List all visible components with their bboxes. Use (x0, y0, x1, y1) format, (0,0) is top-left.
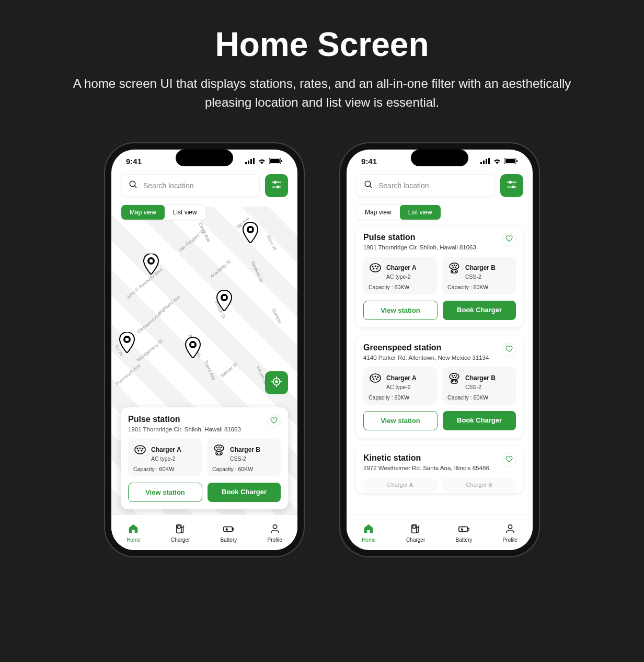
charger-capacity: Capacity : 60KW (369, 284, 432, 290)
map-pin[interactable] (216, 290, 233, 311)
favorite-button[interactable] (267, 415, 281, 428)
locate-button[interactable] (265, 371, 288, 394)
heart-icon (505, 235, 513, 244)
tab-label: Home (126, 537, 141, 543)
svg-point-33 (138, 450, 140, 452)
tab-map-view[interactable]: Map view (121, 205, 165, 220)
svg-point-70 (454, 265, 455, 266)
tab-list-view[interactable]: List view (165, 205, 205, 220)
charger-icon (175, 523, 186, 535)
station-list[interactable]: Pulse station 1901 Thornridge Cir. Shilo… (347, 220, 533, 515)
home-icon (363, 523, 374, 535)
svg-line-8 (134, 186, 136, 188)
tab-label: Home (362, 537, 376, 543)
map-pin[interactable] (242, 222, 259, 243)
svg-rect-93 (413, 526, 416, 528)
favorite-button[interactable] (502, 233, 516, 246)
plug-ccs-icon (212, 443, 226, 456)
heart-icon (270, 417, 278, 426)
plug-type2-icon (133, 443, 147, 456)
map-pin[interactable] (119, 332, 135, 353)
svg-point-67 (376, 268, 378, 270)
view-station-button[interactable]: View station (363, 411, 438, 430)
filter-button[interactable] (500, 174, 523, 197)
charger-tile: Charger B CSS-2 Capacity : 60KW (207, 439, 281, 476)
tab-charger[interactable]: Charger (406, 523, 425, 543)
tab-charger[interactable]: Charger (171, 523, 190, 543)
battery-tab-icon (223, 523, 234, 535)
svg-rect-51 (486, 159, 487, 164)
svg-point-82 (376, 379, 378, 380)
charger-tile: Charger A AC type-2 Capacity : 60KW (363, 257, 437, 294)
station-name: Greenspeed station (363, 343, 489, 352)
svg-point-59 (509, 181, 511, 184)
svg-rect-54 (505, 159, 515, 163)
station-address: 2972 Westheimer Rd. Santa Ana, Illinois … (363, 465, 489, 471)
svg-point-80 (377, 376, 379, 378)
svg-point-63 (372, 266, 374, 268)
svg-point-84 (452, 375, 453, 377)
tab-home[interactable]: Home (362, 523, 376, 543)
svg-point-34 (141, 450, 143, 452)
tab-list-view[interactable]: List view (400, 205, 441, 220)
profile-icon (269, 523, 281, 535)
book-charger-button[interactable]: Book Charger (443, 411, 516, 430)
tab-battery[interactable]: Battery (456, 523, 473, 543)
search-box[interactable] (356, 174, 495, 197)
charger-tile: Charger B CSS-2 Capacity : 60KW (442, 367, 516, 405)
plug-ccs-icon (447, 371, 461, 385)
station-card-kinetic: Kinetic station 2972 Westheimer Rd. Sant… (356, 446, 523, 493)
view-station-button[interactable]: View station (128, 483, 202, 502)
svg-point-10 (274, 181, 276, 184)
svg-point-24 (275, 381, 278, 383)
svg-rect-49 (480, 162, 482, 164)
svg-rect-16 (150, 259, 153, 262)
tab-map-view[interactable]: Map view (356, 205, 400, 220)
svg-point-12 (277, 186, 279, 188)
map-pin[interactable] (143, 254, 159, 275)
svg-point-62 (370, 264, 381, 272)
tab-home[interactable]: Home (126, 523, 141, 543)
svg-rect-20 (125, 338, 129, 341)
map-pin[interactable] (185, 337, 201, 358)
tab-profile[interactable]: Profile (268, 523, 282, 543)
svg-line-57 (370, 186, 372, 188)
svg-point-73 (455, 267, 456, 268)
svg-point-65 (377, 266, 379, 268)
svg-point-79 (375, 376, 376, 378)
svg-rect-18 (223, 296, 226, 299)
search-input[interactable] (143, 181, 252, 190)
favorite-button[interactable] (502, 453, 516, 467)
map[interactable]: Sip Ave Eagle Ave Enos Pl Van Reypen St … (111, 207, 297, 515)
charger-name: Charger A (151, 446, 181, 453)
favorite-button[interactable] (502, 343, 516, 357)
tab-profile[interactable]: Profile (503, 523, 518, 543)
svg-rect-52 (488, 158, 490, 164)
svg-rect-95 (468, 528, 469, 530)
svg-point-85 (454, 375, 455, 376)
book-charger-button[interactable]: Book Charger (208, 483, 281, 502)
svg-rect-1 (248, 161, 249, 164)
search-box[interactable] (121, 174, 260, 197)
svg-point-81 (373, 379, 375, 380)
station-name: Pulse station (363, 233, 476, 242)
tab-bar: Home Charger Battery Profile (111, 515, 297, 550)
signal-icon (480, 157, 490, 166)
svg-point-68 (450, 263, 459, 269)
charger-name: Charger B (466, 482, 492, 488)
heart-icon (505, 345, 513, 355)
charger-name: Charger B (465, 374, 496, 382)
view-station-button[interactable]: View station (363, 301, 438, 320)
svg-point-38 (221, 447, 222, 449)
svg-point-77 (370, 374, 381, 382)
tab-battery[interactable]: Battery (221, 523, 237, 543)
svg-rect-22 (191, 343, 194, 346)
svg-point-72 (453, 267, 454, 268)
filter-button[interactable] (265, 174, 288, 197)
station-name: Pulse station (128, 415, 241, 424)
book-charger-button[interactable]: Book Charger (443, 301, 516, 320)
charger-icon (410, 523, 421, 535)
search-input[interactable] (378, 181, 487, 190)
phone-list-view: 9:41 Map view List view (340, 143, 539, 556)
charger-capacity: Capacity : 60KW (369, 394, 432, 401)
